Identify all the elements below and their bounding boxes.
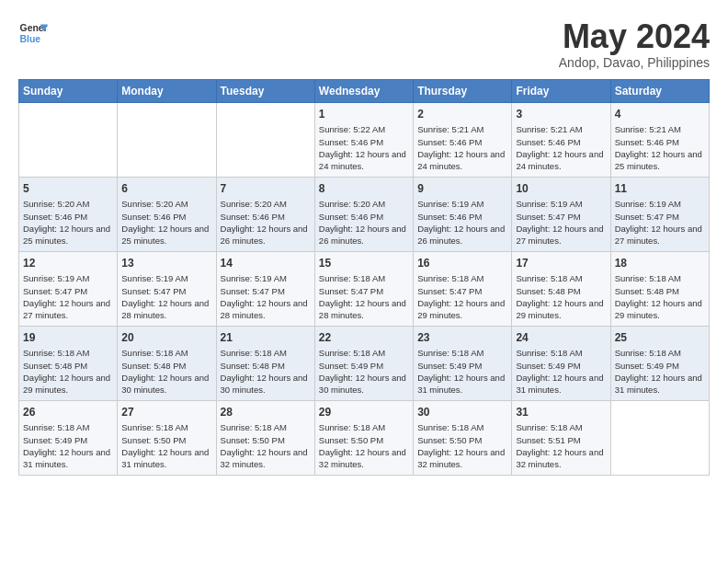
sunrise-text: Sunrise: 5:19 AM: [615, 198, 705, 210]
calendar-cell: 7Sunrise: 5:20 AMSunset: 5:46 PMDaylight…: [216, 177, 314, 251]
sunset-text: Sunset: 5:46 PM: [615, 136, 705, 148]
day-number: 27: [121, 405, 211, 420]
day-number: 24: [516, 330, 606, 346]
day-number: 10: [516, 181, 606, 197]
weekday-header-tuesday: Tuesday: [216, 79, 314, 102]
sunset-text: Sunset: 5:47 PM: [221, 285, 311, 297]
calendar-cell: 30Sunrise: 5:18 AMSunset: 5:50 PMDayligh…: [414, 400, 512, 475]
sunset-text: Sunset: 5:46 PM: [221, 211, 311, 223]
calendar-cell: 27Sunrise: 5:18 AMSunset: 5:50 PMDayligh…: [118, 400, 216, 475]
sunrise-text: Sunrise: 5:20 AM: [319, 198, 409, 210]
sunset-text: Sunset: 5:48 PM: [121, 360, 211, 372]
day-number: 15: [319, 256, 409, 271]
sunset-text: Sunset: 5:46 PM: [23, 211, 113, 223]
calendar-cell: 25Sunrise: 5:18 AMSunset: 5:49 PMDayligh…: [610, 326, 709, 400]
calendar-cell: 28Sunrise: 5:18 AMSunset: 5:50 PMDayligh…: [216, 400, 314, 475]
sunset-text: Sunset: 5:47 PM: [319, 285, 409, 297]
day-number: 13: [121, 256, 211, 271]
sunrise-text: Sunrise: 5:18 AM: [417, 272, 507, 284]
calendar-cell: 31Sunrise: 5:18 AMSunset: 5:51 PMDayligh…: [512, 400, 610, 475]
sunset-text: Sunset: 5:47 PM: [23, 285, 113, 297]
day-number: 12: [23, 256, 113, 271]
daylight-text: Daylight: 12 hours and 24 minutes.: [417, 148, 507, 173]
sunset-text: Sunset: 5:50 PM: [221, 434, 311, 446]
calendar-cell: 1Sunrise: 5:22 AMSunset: 5:46 PMDaylight…: [314, 102, 413, 177]
daylight-text: Daylight: 12 hours and 31 minutes.: [615, 372, 705, 396]
sunset-text: Sunset: 5:51 PM: [516, 434, 606, 446]
calendar-cell: 18Sunrise: 5:18 AMSunset: 5:48 PMDayligh…: [610, 251, 709, 326]
calendar-cell: 8Sunrise: 5:20 AMSunset: 5:46 PMDaylight…: [314, 177, 413, 251]
day-number: 29: [319, 405, 409, 420]
sunrise-text: Sunrise: 5:21 AM: [615, 123, 705, 135]
day-number: 25: [615, 330, 705, 346]
daylight-text: Daylight: 12 hours and 29 minutes.: [516, 297, 606, 322]
daylight-text: Daylight: 12 hours and 27 minutes.: [516, 223, 606, 247]
sunrise-text: Sunrise: 5:18 AM: [319, 421, 409, 433]
title-block: May 2024 Andop, Davao, Philippines: [559, 18, 710, 70]
day-number: 11: [615, 181, 705, 197]
sunrise-text: Sunrise: 5:18 AM: [319, 272, 409, 284]
calendar-cell: 19Sunrise: 5:18 AMSunset: 5:48 PMDayligh…: [19, 326, 118, 400]
daylight-text: Daylight: 12 hours and 28 minutes.: [121, 297, 211, 322]
calendar-cell: [610, 400, 709, 475]
daylight-text: Daylight: 12 hours and 32 minutes.: [516, 446, 606, 471]
sunrise-text: Sunrise: 5:18 AM: [221, 421, 311, 433]
sunset-text: Sunset: 5:49 PM: [516, 360, 606, 372]
calendar-cell: 26Sunrise: 5:18 AMSunset: 5:49 PMDayligh…: [19, 400, 118, 475]
calendar-cell: 17Sunrise: 5:18 AMSunset: 5:48 PMDayligh…: [512, 251, 610, 326]
sunset-text: Sunset: 5:49 PM: [615, 360, 705, 372]
calendar-cell: 21Sunrise: 5:18 AMSunset: 5:48 PMDayligh…: [216, 326, 314, 400]
svg-text:Blue: Blue: [20, 34, 41, 44]
sunrise-text: Sunrise: 5:18 AM: [516, 347, 606, 359]
calendar-cell: 11Sunrise: 5:19 AMSunset: 5:47 PMDayligh…: [610, 177, 709, 251]
calendar-cell: 13Sunrise: 5:19 AMSunset: 5:47 PMDayligh…: [118, 251, 216, 326]
sunset-text: Sunset: 5:47 PM: [417, 285, 507, 297]
day-number: 18: [615, 256, 705, 271]
calendar-cell: 20Sunrise: 5:18 AMSunset: 5:48 PMDayligh…: [118, 326, 216, 400]
calendar-week-3: 12Sunrise: 5:19 AMSunset: 5:47 PMDayligh…: [19, 251, 710, 326]
daylight-text: Daylight: 12 hours and 31 minutes.: [23, 446, 113, 471]
sunrise-text: Sunrise: 5:18 AM: [23, 347, 113, 359]
day-number: 20: [121, 330, 211, 346]
sunrise-text: Sunrise: 5:18 AM: [615, 272, 705, 284]
sunrise-text: Sunrise: 5:18 AM: [417, 421, 507, 433]
sunrise-text: Sunrise: 5:19 AM: [23, 272, 113, 284]
weekday-header-monday: Monday: [118, 79, 216, 102]
calendar-cell: 24Sunrise: 5:18 AMSunset: 5:49 PMDayligh…: [512, 326, 610, 400]
logo-icon: General Blue: [18, 18, 48, 48]
calendar-cell: [216, 102, 314, 177]
sunset-text: Sunset: 5:49 PM: [417, 360, 507, 372]
sunrise-text: Sunrise: 5:19 AM: [221, 272, 311, 284]
calendar-week-4: 19Sunrise: 5:18 AMSunset: 5:48 PMDayligh…: [19, 326, 710, 400]
daylight-text: Daylight: 12 hours and 24 minutes.: [319, 148, 409, 173]
calendar-cell: 6Sunrise: 5:20 AMSunset: 5:46 PMDaylight…: [118, 177, 216, 251]
weekday-header-friday: Friday: [512, 79, 610, 102]
calendar-cell: [118, 102, 216, 177]
day-number: 3: [516, 107, 606, 122]
day-number: 1: [319, 107, 409, 122]
calendar-week-1: 1Sunrise: 5:22 AMSunset: 5:46 PMDaylight…: [19, 102, 710, 177]
sunrise-text: Sunrise: 5:18 AM: [221, 347, 311, 359]
sunset-text: Sunset: 5:50 PM: [417, 434, 507, 446]
day-number: 22: [319, 330, 409, 346]
sunset-text: Sunset: 5:46 PM: [417, 211, 507, 223]
sunrise-text: Sunrise: 5:21 AM: [516, 123, 606, 135]
calendar-cell: 2Sunrise: 5:21 AMSunset: 5:46 PMDaylight…: [414, 102, 512, 177]
weekday-header-wednesday: Wednesday: [314, 79, 413, 102]
sunset-text: Sunset: 5:46 PM: [319, 136, 409, 148]
daylight-text: Daylight: 12 hours and 25 minutes.: [121, 223, 211, 247]
sunrise-text: Sunrise: 5:20 AM: [221, 198, 311, 210]
logo: General Blue: [18, 18, 48, 48]
day-number: 7: [221, 181, 311, 197]
day-number: 2: [417, 107, 507, 122]
daylight-text: Daylight: 12 hours and 29 minutes.: [615, 297, 705, 322]
daylight-text: Daylight: 12 hours and 26 minutes.: [319, 223, 409, 247]
sunrise-text: Sunrise: 5:20 AM: [23, 198, 113, 210]
day-number: 5: [23, 181, 113, 197]
day-number: 28: [221, 405, 311, 420]
weekday-header-saturday: Saturday: [610, 79, 709, 102]
daylight-text: Daylight: 12 hours and 27 minutes.: [615, 223, 705, 247]
sunset-text: Sunset: 5:50 PM: [319, 434, 409, 446]
day-number: 6: [121, 181, 211, 197]
daylight-text: Daylight: 12 hours and 32 minutes.: [319, 446, 409, 471]
